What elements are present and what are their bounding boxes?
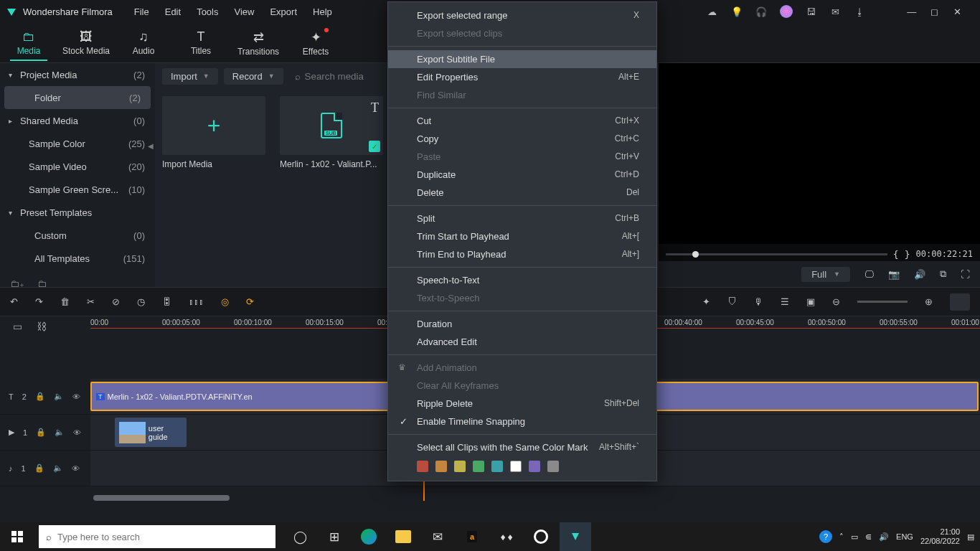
menu-item[interactable]: Trim Start to PlayheadAlt+[ <box>388 227 656 245</box>
lock-icon[interactable]: 🔒 <box>35 392 45 401</box>
menu-item[interactable]: Edit PropertiesAlt+E <box>388 68 656 86</box>
filmora-icon[interactable] <box>560 522 591 551</box>
lock-icon[interactable]: 🔒 <box>36 428 46 437</box>
save-icon[interactable]: 🖫 <box>806 6 817 17</box>
display-icon[interactable]: 🖵 <box>864 269 874 280</box>
audio-wave-icon[interactable]: ⫾⫾⫾ <box>189 296 204 307</box>
import-dropdown[interactable]: Import▼ <box>162 68 218 85</box>
menu-file[interactable]: File <box>127 4 156 20</box>
refresh-icon[interactable]: ⟳ <box>246 296 254 307</box>
menu-tools[interactable]: Tools <box>189 4 225 20</box>
track-manage-icon[interactable]: ▭ <box>13 321 22 332</box>
menu-item[interactable]: Export Subtitle File <box>388 50 656 68</box>
preview-scrubber[interactable] <box>666 253 887 255</box>
menu-help[interactable]: Help <box>306 4 339 20</box>
timeline-toggle-button[interactable] <box>950 293 970 311</box>
record-dropdown[interactable]: Record▼ <box>224 68 283 85</box>
import-thumbnail[interactable]: + <box>162 96 265 155</box>
zoom-out-icon[interactable]: ⊖ <box>832 296 840 307</box>
menu-item[interactable]: Speech-to-Text <box>388 271 656 289</box>
tab-transitions[interactable]: ⇄Transitions <box>230 25 287 61</box>
menu-item[interactable]: DeleteDel <box>388 184 656 202</box>
mail-icon[interactable]: ✉ <box>422 522 453 551</box>
mail-icon[interactable]: ✉ <box>830 6 842 17</box>
sidebar-item[interactable]: ▾Preset Templates <box>0 201 155 224</box>
lang-indicator[interactable]: ENG <box>896 532 913 541</box>
sidebar-item[interactable]: Sample Color(25) <box>0 132 155 155</box>
mute-icon[interactable]: 🔈 <box>55 428 65 437</box>
menu-export[interactable]: Export <box>263 4 304 20</box>
timeline-clip[interactable]: user guide <box>115 418 187 447</box>
menu-item[interactable]: Duration <box>388 315 656 333</box>
mute-icon[interactable]: 🔈 <box>53 463 63 473</box>
sidebar-item[interactable]: ▾Project Media(2) <box>0 63 155 86</box>
tag-icon[interactable]: ⊘ <box>112 296 120 307</box>
zoom-slider[interactable] <box>857 301 908 303</box>
headset-icon[interactable]: 🎧 <box>755 6 767 17</box>
wifi-icon[interactable]: ⋐ <box>865 532 872 542</box>
color-swatch[interactable] <box>547 461 559 472</box>
subtitle-thumbnail[interactable]: T✓ <box>280 96 383 155</box>
tab-titles[interactable]: TTitles <box>172 25 230 60</box>
track-header[interactable]: T2🔒🔈👁 <box>0 379 90 414</box>
track-header[interactable]: ▶1🔒🔈👁 <box>0 415 90 450</box>
stopwatch-icon[interactable]: ◷ <box>137 296 145 307</box>
cortana-icon[interactable]: ◯ <box>284 522 316 551</box>
sidebar-item[interactable]: All Templates(151) <box>0 247 155 270</box>
adjust-icon[interactable]: 🎛 <box>162 296 171 307</box>
menu-item[interactable]: Select all Clips with the Same Color Mar… <box>388 438 656 456</box>
list-icon[interactable]: ☰ <box>781 296 789 307</box>
window-close-button[interactable]: ✕ <box>947 6 967 17</box>
mixer-icon[interactable]: ✦ <box>702 296 710 307</box>
sidebar-item[interactable]: Custom(0) <box>0 224 155 247</box>
shield-icon[interactable]: ⛉ <box>727 296 737 307</box>
menu-view[interactable]: View <box>227 4 261 20</box>
mute-icon[interactable]: 🔈 <box>54 392 64 401</box>
color-swatch[interactable] <box>435 461 447 472</box>
mic-icon[interactable]: 🎙 <box>754 296 763 307</box>
notifications-icon[interactable]: ▤ <box>967 532 974 542</box>
sidebar-item[interactable]: ▸Shared Media(0) <box>0 109 155 132</box>
redo-icon[interactable]: ↷ <box>35 296 43 307</box>
task-view-icon[interactable]: ⊞ <box>319 522 350 551</box>
menu-item[interactable]: Advanced Edit <box>388 333 656 351</box>
edge-icon[interactable] <box>353 522 385 551</box>
visibility-icon[interactable]: 👁 <box>72 392 80 401</box>
menu-item[interactable]: CutCtrl+X <box>388 112 656 130</box>
color-swatch[interactable] <box>510 461 522 472</box>
menu-item[interactable]: Enable Timeline Snapping <box>388 413 656 430</box>
tab-effects[interactable]: ✦Effects <box>287 25 344 61</box>
track-header[interactable]: ♪1🔒🔈👁 <box>0 451 90 486</box>
snapshot-icon[interactable]: 📷 <box>888 269 900 280</box>
mark-out-icon[interactable]: } <box>905 249 910 260</box>
mark-in-icon[interactable]: { <box>893 249 899 260</box>
menu-item[interactable]: Trim End to PlayheadAlt+] <box>388 245 656 263</box>
volume-icon[interactable]: 🔊 <box>914 269 925 280</box>
window-minimize-button[interactable]: — <box>902 6 922 17</box>
battery-icon[interactable]: ▭ <box>851 532 858 542</box>
sidebar-item[interactable]: Sample Green Scre...(10) <box>0 178 155 201</box>
color-swatch[interactable] <box>529 461 540 472</box>
marker-icon[interactable]: ▣ <box>806 296 815 307</box>
menu-item[interactable]: SplitCtrl+B <box>388 209 656 227</box>
volume-tray-icon[interactable]: 🔊 <box>879 532 889 542</box>
menu-edit[interactable]: Edit <box>158 4 188 20</box>
start-button[interactable] <box>0 522 34 551</box>
menu-item[interactable]: Ripple DeleteShift+Del <box>388 395 656 413</box>
pip-icon[interactable]: ⧉ <box>940 268 946 280</box>
lock-icon[interactable]: 🔒 <box>34 463 44 473</box>
color-swatch[interactable] <box>473 461 484 472</box>
dropbox-icon[interactable]: ⬧⬧ <box>491 522 522 551</box>
amazon-icon[interactable]: a <box>456 522 488 551</box>
color-icon[interactable]: ◎ <box>221 296 229 307</box>
timeline-h-scrollbar[interactable] <box>93 495 230 501</box>
opera-icon[interactable] <box>525 522 557 551</box>
fullscreen-icon[interactable]: ⛶ <box>961 269 970 280</box>
media-item[interactable]: T✓Merlin - 1x02 - Valiant.P... <box>280 96 383 169</box>
menu-item[interactable]: CopyCtrl+C <box>388 130 656 148</box>
color-swatch[interactable] <box>491 461 503 472</box>
preview-quality-select[interactable]: Full▼ <box>801 267 850 282</box>
avatar-icon[interactable] <box>780 5 793 18</box>
menu-item[interactable]: Export selected rangeX <box>388 6 656 24</box>
taskbar-search[interactable]: ⌕ <box>39 525 275 548</box>
